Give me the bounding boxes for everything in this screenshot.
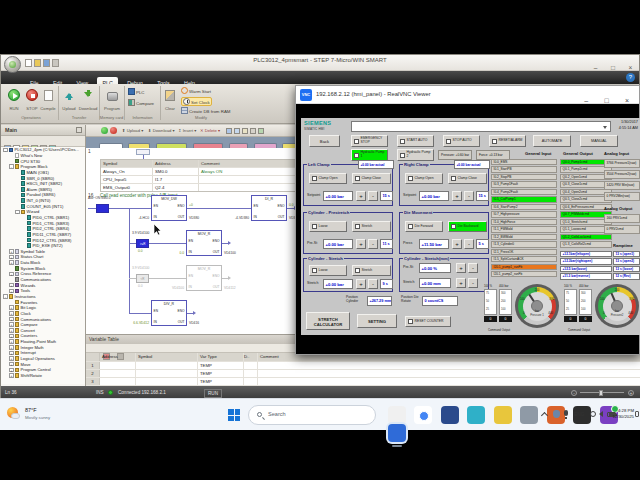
tree-expander[interactable]: + bbox=[9, 362, 14, 367]
decrement-button[interactable]: - bbox=[368, 239, 378, 249]
compare-contact[interactable]: >=R bbox=[136, 239, 149, 248]
hmi-checkbox[interactable]: Stretch bbox=[352, 221, 391, 232]
language-indicator[interactable]: ENG bbox=[574, 412, 584, 417]
editor-tool-icon[interactable] bbox=[242, 128, 248, 134]
toolbar-download[interactable]: ⬇ Download ▾ bbox=[148, 128, 175, 133]
decrement-button[interactable]: - bbox=[368, 191, 378, 201]
minimize-icon[interactable]: – bbox=[578, 95, 594, 107]
increment-button[interactable]: + bbox=[356, 239, 366, 249]
decrement-button[interactable]: - bbox=[468, 278, 478, 288]
ladder-box-di-r[interactable]: DI_R ENENO INOUT bbox=[251, 195, 287, 221]
tree-expander[interactable]: + bbox=[9, 289, 14, 294]
taskbar-app-icon[interactable] bbox=[414, 406, 432, 424]
start-button[interactable] bbox=[228, 409, 240, 421]
tree-expander[interactable]: + bbox=[9, 317, 14, 322]
microphone-icon[interactable] bbox=[564, 410, 568, 416]
hmi-checkbox[interactable]: Loose bbox=[309, 221, 347, 232]
tree-expander[interactable]: + bbox=[9, 345, 14, 350]
setpoint-value[interactable]: +0.00 mm bbox=[419, 278, 451, 288]
search-input[interactable]: Search bbox=[248, 405, 376, 425]
hmi-checkbox[interactable]: Clamp Close bbox=[448, 173, 487, 184]
weather-temp[interactable]: 87°F bbox=[25, 407, 36, 413]
ladder-box-mov-dw[interactable]: MOV_DW ENENO INOUT bbox=[151, 195, 187, 221]
reset-counter-checkbox[interactable]: RESET COUNTER bbox=[405, 316, 451, 327]
taskbar-app-icon[interactable] bbox=[388, 424, 406, 442]
hmi-checkbox[interactable]: Die Backward bbox=[448, 221, 487, 232]
tree-expander[interactable]: + bbox=[9, 328, 14, 333]
stretch-calculator-button[interactable]: STRETCH CALCULATOR bbox=[306, 312, 350, 330]
hmi-checkbox[interactable]: Loose bbox=[309, 265, 347, 276]
setpoint-value[interactable]: +11.50 bar bbox=[419, 239, 449, 249]
zoom-out-icon[interactable]: - bbox=[571, 390, 577, 396]
setpoint-value[interactable]: +0.00 bar bbox=[323, 239, 353, 249]
tree-expander[interactable]: + bbox=[9, 356, 14, 361]
tree-expander[interactable]: + bbox=[9, 260, 14, 265]
tree-expander[interactable]: + bbox=[9, 368, 14, 373]
decrement-button[interactable]: - bbox=[368, 279, 378, 289]
clock[interactable]: 4:28 PM12/30/2025 bbox=[598, 408, 634, 420]
increment-button[interactable]: + bbox=[452, 239, 462, 249]
toolbar-upload[interactable]: ⬆ Upload ▾ bbox=[122, 128, 143, 133]
network-icon[interactable] bbox=[590, 411, 596, 417]
weather-icon[interactable] bbox=[7, 407, 21, 421]
hmi-checkbox[interactable]: Clamp Open bbox=[309, 173, 347, 184]
taskbar-app-icon[interactable] bbox=[388, 406, 406, 424]
warm-start-button[interactable]: Warm Start bbox=[181, 87, 211, 96]
editor-tool-icon[interactable] bbox=[250, 128, 256, 134]
stop-mini-icon[interactable] bbox=[110, 127, 117, 134]
hmi-checkbox[interactable]: Die Forward bbox=[405, 221, 443, 232]
tree-expander[interactable]: - bbox=[15, 210, 20, 215]
run-button[interactable]: RUN bbox=[5, 87, 23, 111]
decrement-button[interactable]: - bbox=[464, 191, 474, 201]
zoom-in-icon[interactable]: + bbox=[628, 390, 634, 396]
notification-icon[interactable] bbox=[635, 411, 639, 417]
setpoint-value[interactable]: +0.00 bar bbox=[419, 191, 449, 201]
variable-row[interactable]: 3 TEMP bbox=[86, 377, 640, 385]
increment-button[interactable]: + bbox=[452, 191, 462, 201]
variable-row[interactable]: 2 TEMP bbox=[86, 369, 640, 377]
plc-titlebar[interactable]: PLC3012_4pmsmart - STEP 7-Micro/WIN SMAR… bbox=[1, 55, 639, 71]
setting-button[interactable]: SETTING bbox=[357, 314, 397, 328]
tree-expander[interactable]: - bbox=[9, 164, 14, 169]
tree-expander[interactable]: + bbox=[9, 339, 14, 344]
compile-button[interactable]: Compile bbox=[39, 87, 57, 111]
tree-expander[interactable]: - bbox=[3, 148, 8, 153]
download-button[interactable]: Download bbox=[78, 87, 98, 111]
pin-icon[interactable] bbox=[76, 127, 82, 133]
toolbar-delete[interactable]: ✕ Delete ▾ bbox=[200, 128, 220, 133]
setpoint-value[interactable]: +0.00 bar bbox=[323, 191, 353, 201]
setpoint-value[interactable]: +0.00 % bbox=[419, 263, 451, 273]
tree-expander[interactable]: + bbox=[9, 305, 14, 310]
tree-item[interactable]: + Shift/Rotate bbox=[1, 373, 85, 379]
upload-button[interactable]: Upload bbox=[60, 87, 78, 111]
setpoint-value[interactable]: +0.00 bar bbox=[323, 279, 353, 289]
hmi-checkbox[interactable]: Stretch bbox=[352, 265, 391, 276]
ladder-contact[interactable] bbox=[96, 204, 109, 213]
ladder-box-mov-r[interactable]: MOV_R ENENO INOUT bbox=[186, 230, 222, 256]
tree-expander[interactable]: - bbox=[3, 294, 8, 299]
taskbar-app-icon[interactable] bbox=[441, 406, 459, 424]
editor-tool-icon[interactable] bbox=[226, 128, 232, 134]
taskbar-app-icon[interactable] bbox=[520, 406, 538, 424]
taskbar-app-icon[interactable] bbox=[494, 406, 512, 424]
vnc-titlebar[interactable]: VNC 192.168.2.12 (hmi_panel) - RealVNC V… bbox=[296, 86, 639, 104]
tree-expander[interactable]: + bbox=[9, 283, 14, 288]
taskbar-app-icon[interactable] bbox=[467, 406, 485, 424]
variable-row[interactable]: 1 TEMP bbox=[86, 361, 640, 369]
tree-expander[interactable]: + bbox=[9, 272, 14, 277]
increment-button[interactable]: + bbox=[456, 263, 466, 273]
maximize-icon[interactable]: □ bbox=[599, 95, 615, 107]
zoom-slider-handle[interactable] bbox=[599, 390, 603, 396]
increment-button[interactable]: + bbox=[356, 191, 366, 201]
program-button[interactable]: Program bbox=[102, 87, 122, 111]
compare-contact[interactable]: <R bbox=[136, 274, 149, 283]
app-menu-orb[interactable] bbox=[4, 56, 21, 73]
decrement-button[interactable]: - bbox=[468, 263, 478, 273]
editor-tool-icon[interactable] bbox=[234, 128, 240, 134]
tree-item[interactable]: - PLC3012_4pm (C:\Users\PC\Des... bbox=[1, 147, 85, 153]
hmi-checkbox[interactable]: Clamp Open bbox=[405, 173, 443, 184]
close-icon[interactable]: × bbox=[619, 95, 635, 107]
help-icon[interactable]: ? bbox=[626, 73, 635, 82]
tree-expander[interactable]: + bbox=[9, 255, 14, 260]
increment-button[interactable]: + bbox=[456, 278, 466, 288]
